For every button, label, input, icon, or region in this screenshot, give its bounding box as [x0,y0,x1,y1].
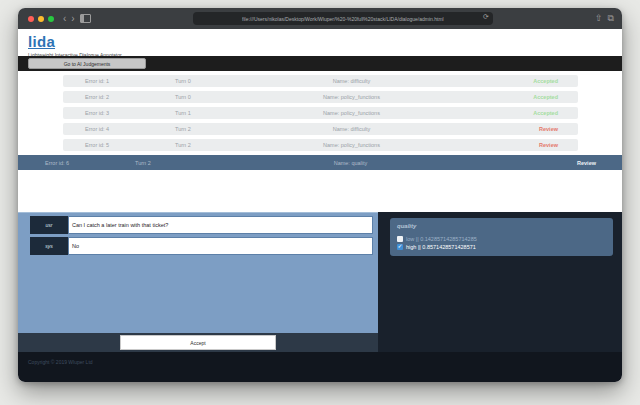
forward-icon[interactable]: › [71,14,74,24]
quality-title: quality [397,223,606,229]
turn-label: Turn 0 [175,94,235,100]
option-label-high[interactable]: high || 0.8571428571428571 [406,244,476,250]
table-row[interactable]: Error id: 5 Turn 2 Name: policy_function… [63,139,578,151]
zoom-window-button[interactable] [48,16,54,22]
dialogue-turn: sys No [30,237,373,255]
error-name: Name: difficulty [235,78,468,84]
status-badge: Accepted [468,94,558,100]
minimize-window-button[interactable] [38,16,44,22]
sidebar-icon[interactable] [80,14,91,23]
quality-option-low: low || 0.14285714285714285 [397,236,606,242]
lida-logo[interactable]: lida [28,34,55,49]
back-icon[interactable]: ‹ [63,14,66,24]
table-row-selected[interactable]: Error id: 6 Turn 2 Name: quality Review [18,155,622,170]
turn-label: Turn 0 [175,78,235,84]
error-name: Name: quality [195,160,506,166]
status-badge: Accepted [468,78,558,84]
error-name: Name: policy_functions [235,142,468,148]
speaker-label-usr: usr [30,216,68,234]
check-icon: ✓ [397,243,403,249]
site-header: lida Lightweight Interactive Dialogue An… [18,29,622,56]
browser-window: ‹ › file:///Users/nikolas/Desktop/Work/W… [18,8,622,382]
speaker-label-sys: sys [30,237,68,255]
error-name: Name: difficulty [235,126,468,132]
error-table: Error id: 1 Turn 0 Name: difficulty Acce… [18,75,622,170]
quality-option-high: ✓ high || 0.8571428571428571 [397,244,606,250]
status-badge: Review [506,160,596,166]
error-id: Error id: 1 [85,78,175,84]
content-gap [18,170,622,212]
error-id: Error id: 3 [85,110,175,116]
close-window-button[interactable] [28,16,34,22]
page-footer: Copyright © 2019 Wluper Ltd [18,352,622,382]
annotation-workspace: usr Can I catch a later train with that … [18,212,622,352]
utterance-input-usr[interactable]: Can I catch a later train with that tick… [68,216,373,234]
error-id: Error id: 5 [85,142,175,148]
checkbox-low-unchecked[interactable] [397,236,403,242]
utterance-input-sys[interactable]: No [68,237,373,255]
turn-label: Turn 2 [175,142,235,148]
url-text: file:///Users/nikolas/Desktop/Work/Wlupe… [242,16,444,22]
accept-strip: Accept [18,333,378,352]
turn-label: Turn 2 [135,160,195,166]
error-id: Error id: 4 [85,126,175,132]
share-icon[interactable]: ⇧ [595,14,603,23]
error-name: Name: policy_functions [235,94,468,100]
go-to-ai-judgements-button[interactable]: Go to AI Judgements [28,58,146,69]
window-controls [28,16,54,22]
dialogue-panel: usr Can I catch a later train with that … [18,212,378,333]
quality-card: quality low || 0.14285714285714285 ✓ hig… [390,218,613,256]
status-badge: Review [468,142,558,148]
turn-label: Turn 2 [175,126,235,132]
error-id: Error id: 6 [45,160,135,166]
table-row[interactable]: Error id: 1 Turn 0 Name: difficulty Acce… [63,75,578,87]
dialogue-turn: usr Can I catch a later train with that … [30,216,373,234]
tabs-icon[interactable]: ⧉ [608,14,614,23]
reload-icon[interactable]: ⟳ [483,13,489,21]
address-bar[interactable]: file:///Users/nikolas/Desktop/Work/Wlupe… [193,12,493,25]
dialogue-column: usr Can I catch a later train with that … [18,212,378,352]
navbar: Go to AI Judgements [18,56,622,71]
option-label-low[interactable]: low || 0.14285714285714285 [406,236,477,242]
browser-toolbar: ‹ › file:///Users/nikolas/Desktop/Work/W… [18,8,622,29]
table-row[interactable]: Error id: 3 Turn 1 Name: policy_function… [63,107,578,119]
copyright-text: Copyright © 2019 Wluper Ltd [28,359,622,365]
error-name: Name: policy_functions [235,110,468,116]
checkbox-high-checked[interactable]: ✓ [397,244,403,250]
table-row[interactable]: Error id: 4 Turn 2 Name: difficulty Revi… [63,123,578,135]
accept-button[interactable]: Accept [120,335,276,350]
status-badge: Review [468,126,558,132]
error-id: Error id: 2 [85,94,175,100]
status-badge: Accepted [468,110,558,116]
annotation-panel: quality low || 0.14285714285714285 ✓ hig… [378,212,622,352]
turn-label: Turn 1 [175,110,235,116]
page-content: lida Lightweight Interactive Dialogue An… [18,29,622,382]
table-row[interactable]: Error id: 2 Turn 0 Name: policy_function… [63,91,578,103]
